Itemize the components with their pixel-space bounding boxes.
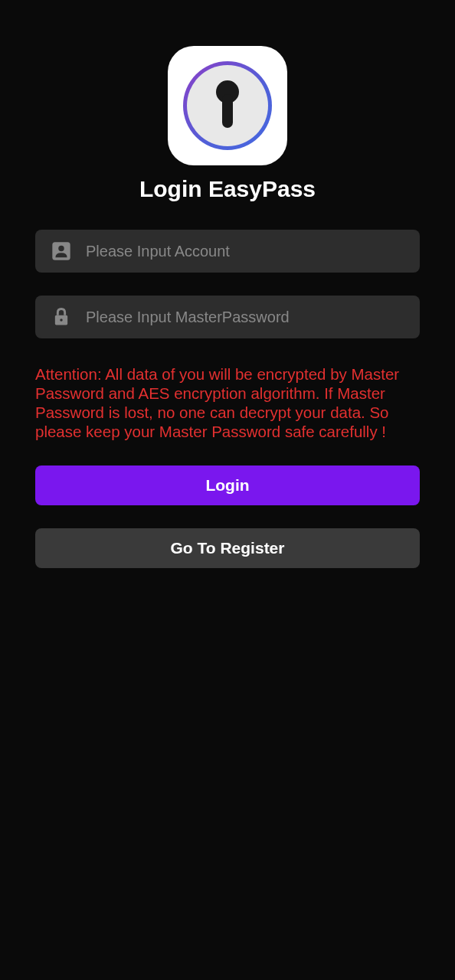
svg-point-3 [60,318,63,322]
logo-circle [183,61,272,150]
account-input-wrapper [35,230,420,273]
app-logo [168,46,287,165]
login-container: Login EasyPass Attention: All data of yo… [0,0,455,591]
warning-message: Attention: All data of you will be encry… [35,364,420,441]
account-input[interactable] [86,243,404,260]
password-input-wrapper [35,296,420,338]
keyhole-icon [214,80,241,131]
lock-icon [51,306,72,328]
person-icon [51,240,72,262]
login-button[interactable]: Login [35,466,420,505]
svg-point-1 [58,246,64,251]
page-title: Login EasyPass [139,176,316,202]
register-button[interactable]: Go To Register [35,528,420,568]
password-input[interactable] [86,309,404,326]
